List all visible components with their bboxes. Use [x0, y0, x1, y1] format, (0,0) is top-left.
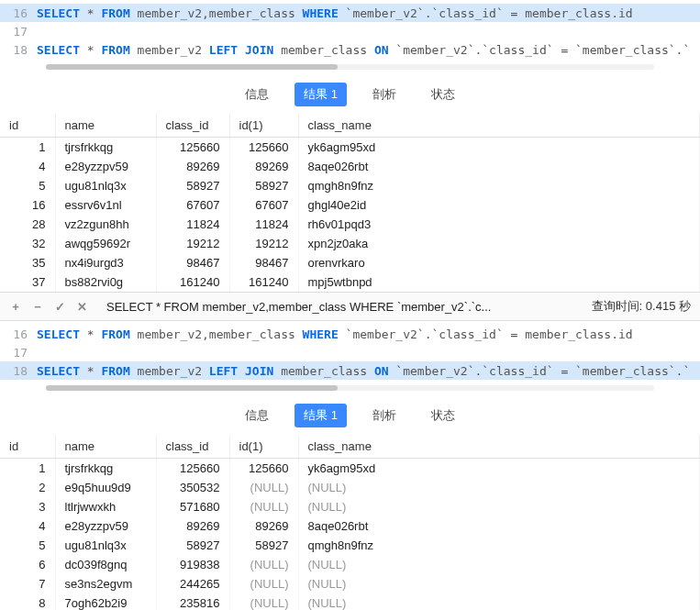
tab-profile[interactable]: 剖析: [363, 83, 406, 106]
cell-name[interactable]: 7ogh62b2i9: [55, 593, 156, 610]
cell-id1[interactable]: 58927: [229, 536, 298, 555]
cell-class_id[interactable]: 89269: [156, 516, 229, 536]
col-name[interactable]: name: [55, 435, 156, 459]
cell-class_id[interactable]: 161240: [156, 272, 229, 292]
cell-class_id[interactable]: 19212: [156, 234, 229, 253]
cell-name[interactable]: ugu81nlq3x: [55, 176, 156, 195]
table-row[interactable]: 2e9q5huu9d9350532(NULL)(NULL): [0, 478, 700, 497]
cell-id1[interactable]: 11824: [229, 215, 298, 234]
cell-name[interactable]: e28yzzpv59: [55, 516, 156, 536]
cell-id[interactable]: 7: [0, 574, 55, 593]
cell-id[interactable]: 28: [0, 215, 55, 234]
editor-scrollbar-2[interactable]: [0, 383, 700, 396]
cell-name[interactable]: tjrsfrkkqg: [55, 138, 156, 158]
tab-info[interactable]: 信息: [236, 404, 278, 427]
cell-id[interactable]: 37: [0, 272, 55, 292]
cell-id[interactable]: 4: [0, 157, 55, 176]
cell-class_name[interactable]: yk6agm95xd: [298, 138, 700, 158]
cell-class_id[interactable]: 67607: [156, 195, 229, 215]
cell-class_name[interactable]: (NULL): [298, 555, 700, 574]
cell-class_name[interactable]: orenvrkaro: [298, 253, 700, 272]
cell-id[interactable]: 3: [0, 497, 55, 516]
table-row[interactable]: 32awqg59692r1921219212xpn2jz0aka: [0, 234, 700, 253]
cell-id1[interactable]: 98467: [229, 253, 298, 272]
editor-line[interactable]: 16SELECT * FROM member_v2,member_class W…: [0, 4, 700, 22]
cell-class_name[interactable]: rh6v01pqd3: [298, 215, 700, 234]
cell-name[interactable]: awqg59692r: [55, 234, 156, 253]
cell-name[interactable]: dc039f8gnq: [55, 555, 156, 574]
cell-id1[interactable]: 161240: [229, 272, 298, 292]
cell-id[interactable]: 1: [0, 459, 55, 479]
cell-class_id[interactable]: 919838: [156, 555, 229, 574]
table-row[interactable]: 28vz2zgun8hh1182411824rh6v01pqd3: [0, 215, 700, 234]
table-row[interactable]: 1tjrsfrkkqg125660125660yk6agm95xd: [0, 459, 700, 479]
cell-id1[interactable]: (NULL): [229, 555, 298, 574]
cell-id[interactable]: 6: [0, 555, 55, 574]
cell-name[interactable]: bs882rvi0g: [55, 272, 156, 292]
col-class-id[interactable]: class_id: [156, 435, 229, 459]
code-content[interactable]: SELECT * FROM member_v2,member_class WHE…: [37, 6, 633, 20]
apply-icon[interactable]: ✓: [53, 300, 66, 314]
cell-id[interactable]: 32: [0, 234, 55, 253]
cell-class_name[interactable]: 8aqe026rbt: [298, 516, 700, 536]
col-id[interactable]: id: [0, 114, 55, 138]
editor-line[interactable]: 17: [0, 22, 700, 40]
cell-name[interactable]: ltlrjwwxkh: [55, 497, 156, 516]
cell-class_name[interactable]: qmgh8n9fnz: [298, 536, 700, 555]
cell-class_name[interactable]: qmgh8n9fnz: [298, 176, 700, 195]
result-table-2[interactable]: id name class_id id(1) class_name 1tjrsf…: [0, 435, 700, 610]
cell-id1[interactable]: (NULL): [229, 593, 298, 610]
cancel-icon[interactable]: ✕: [75, 300, 88, 314]
cell-name[interactable]: essrv6v1nl: [55, 195, 156, 215]
cell-class_name[interactable]: (NULL): [298, 497, 700, 516]
tab-result-1[interactable]: 结果 1: [294, 404, 347, 427]
cell-class_id[interactable]: 58927: [156, 176, 229, 195]
editor-line[interactable]: 18SELECT * FROM member_v2 LEFT JOIN memb…: [0, 40, 700, 59]
code-content[interactable]: SELECT * FROM member_v2 LEFT JOIN member…: [37, 364, 689, 378]
cell-class_name[interactable]: mpj5wtbnpd: [298, 272, 700, 292]
cell-id[interactable]: 1: [0, 138, 55, 158]
table-row[interactable]: 87ogh62b2i9235816(NULL)(NULL): [0, 593, 700, 610]
cell-class_id[interactable]: 235816: [156, 593, 229, 610]
cell-id[interactable]: 16: [0, 195, 55, 215]
cell-class_id[interactable]: 11824: [156, 215, 229, 234]
cell-id1[interactable]: 125660: [229, 459, 298, 479]
editor-line[interactable]: 16SELECT * FROM member_v2,member_class W…: [0, 325, 700, 343]
cell-class_id[interactable]: 89269: [156, 157, 229, 176]
cell-name[interactable]: e9q5huu9d9: [55, 478, 156, 497]
cell-class_id[interactable]: 125660: [156, 459, 229, 479]
col-name[interactable]: name: [55, 114, 156, 138]
cell-id[interactable]: 5: [0, 176, 55, 195]
cell-name[interactable]: e28yzzpv59: [55, 157, 156, 176]
table-row[interactable]: 5ugu81nlq3x5892758927qmgh8n9fnz: [0, 536, 700, 555]
cell-id[interactable]: 4: [0, 516, 55, 536]
cell-class_id[interactable]: 58927: [156, 536, 229, 555]
cell-id[interactable]: 5: [0, 536, 55, 555]
table-row[interactable]: 1tjrsfrkkqg125660125660yk6agm95xd: [0, 138, 700, 158]
table-row[interactable]: 6dc039f8gnq919838(NULL)(NULL): [0, 555, 700, 574]
cell-class_name[interactable]: ghgl40e2id: [298, 195, 700, 215]
col-class-name[interactable]: class_name: [298, 114, 700, 138]
cell-id[interactable]: 35: [0, 253, 55, 272]
tab-info[interactable]: 信息: [236, 83, 278, 106]
cell-class_name[interactable]: (NULL): [298, 478, 700, 497]
table-row[interactable]: 35nx4i9urgd39846798467orenvrkaro: [0, 253, 700, 272]
tab-profile[interactable]: 剖析: [363, 404, 406, 427]
cell-class_name[interactable]: yk6agm95xd: [298, 459, 700, 479]
result-table-1[interactable]: id name class_id id(1) class_name 1tjrsf…: [0, 114, 700, 292]
col-class-name[interactable]: class_name: [298, 435, 700, 459]
code-content[interactable]: SELECT * FROM member_v2,member_class WHE…: [37, 327, 633, 341]
table-row[interactable]: 3ltlrjwwxkh571680(NULL)(NULL): [0, 497, 700, 516]
col-class-id[interactable]: class_id: [156, 114, 229, 138]
cell-name[interactable]: se3ns2egvm: [55, 574, 156, 593]
table-row[interactable]: 4e28yzzpv5989269892698aqe026rbt: [0, 516, 700, 536]
cell-class_name[interactable]: xpn2jz0aka: [298, 234, 700, 253]
add-row-icon[interactable]: +: [9, 300, 22, 314]
sql-editor-1[interactable]: 16SELECT * FROM member_v2,member_class W…: [0, 0, 700, 62]
cell-id1[interactable]: (NULL): [229, 497, 298, 516]
table-row[interactable]: 4e28yzzpv5989269892698aqe026rbt: [0, 157, 700, 176]
cell-id1[interactable]: (NULL): [229, 478, 298, 497]
col-id1[interactable]: id(1): [229, 114, 298, 138]
cell-class_name[interactable]: 8aqe026rbt: [298, 157, 700, 176]
code-content[interactable]: SELECT * FROM member_v2 LEFT JOIN member…: [37, 43, 689, 57]
